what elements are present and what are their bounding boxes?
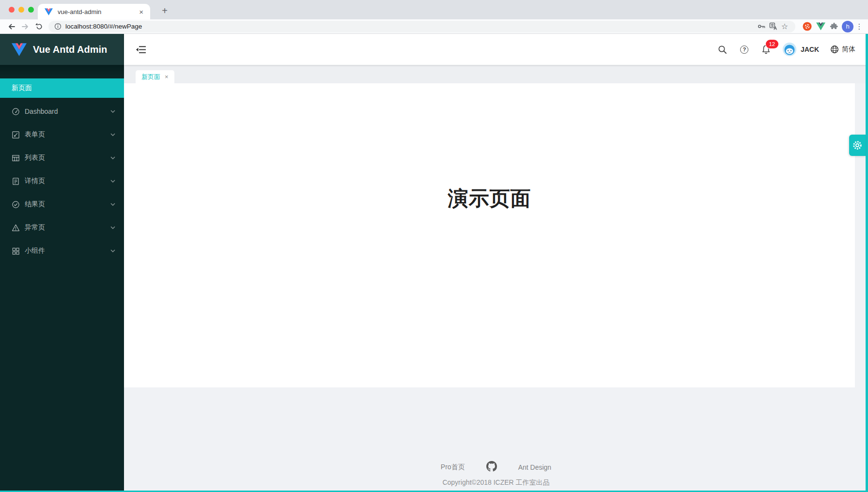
sidebar-item-details[interactable]: 详情页 xyxy=(0,171,124,191)
maximize-window-button[interactable] xyxy=(28,7,34,13)
notifications-button[interactable]: 12 xyxy=(761,44,772,55)
chevron-down-icon xyxy=(110,249,115,252)
bookmark-star-icon[interactable]: ☆ xyxy=(779,21,790,32)
chevron-down-icon xyxy=(110,226,115,229)
back-icon xyxy=(7,22,16,31)
app-header: ? 12 xyxy=(124,34,868,65)
copyright-text: Copyright©2018 ICZER 工作室出品 xyxy=(442,478,549,487)
reload-button[interactable] xyxy=(32,20,46,33)
sidebar-item-newpage[interactable]: 新页面 xyxy=(0,78,124,98)
new-tab-button[interactable]: + xyxy=(158,4,171,17)
notification-badge: 12 xyxy=(766,40,778,48)
language-selector[interactable]: 简体 xyxy=(830,45,855,54)
key-icon xyxy=(758,22,766,31)
route-tab-newpage[interactable]: 新页面 × xyxy=(136,70,174,83)
user-menu[interactable]: JACK xyxy=(783,43,819,56)
sidebar-item-label: 新页面 xyxy=(12,84,32,92)
globe-icon xyxy=(830,45,839,54)
close-window-button[interactable] xyxy=(9,7,15,13)
vue-devtools-icon xyxy=(816,22,825,31)
url-bar[interactable]: localhost:8080/#/newPage ☆ xyxy=(48,21,795,32)
puzzle-icon xyxy=(830,22,838,31)
app-title: Vue Antd Admin xyxy=(33,44,107,55)
sidebar-item-label: 表单页 xyxy=(25,130,106,139)
route-tabbar: 新页面 × xyxy=(124,65,868,83)
minimize-window-button[interactable] xyxy=(18,7,24,13)
header-actions: ? 12 xyxy=(717,43,855,56)
search-button[interactable] xyxy=(717,44,728,55)
orange-extension-icon xyxy=(802,21,812,31)
password-key-button[interactable] xyxy=(756,21,767,32)
sidebar-item-lists[interactable]: 列表页 xyxy=(0,148,124,168)
traffic-lights xyxy=(9,7,34,13)
footer-link-antd[interactable]: Ant Design xyxy=(518,463,551,471)
back-button[interactable] xyxy=(5,20,18,33)
reload-icon xyxy=(35,22,43,31)
chevron-down-icon xyxy=(110,156,115,159)
app-logo[interactable]: Vue Antd Admin xyxy=(0,34,124,65)
sidebar-item-label: 详情页 xyxy=(25,177,106,185)
language-label: 简体 xyxy=(842,45,855,54)
route-tab-label: 新页面 xyxy=(141,73,160,81)
chevron-down-icon xyxy=(110,180,115,183)
browser-tabstrip: vue-antd-admin × + xyxy=(0,0,868,19)
help-button[interactable]: ? xyxy=(739,44,750,55)
vue-logo-icon xyxy=(12,43,27,56)
route-tab-close-icon[interactable]: × xyxy=(165,74,169,80)
appstore-icon xyxy=(12,247,20,255)
browser-tab-title: vue-antd-admin xyxy=(58,8,137,15)
sidebar-item-results[interactable]: 结果页 xyxy=(0,195,124,214)
avatar-image xyxy=(783,43,796,56)
main-area: ? 12 xyxy=(124,34,868,492)
chevron-down-icon xyxy=(110,203,115,206)
page-content: 演示页面 xyxy=(124,83,855,387)
question-circle-icon: ? xyxy=(740,46,748,54)
collapse-sidebar-button[interactable] xyxy=(136,44,146,55)
translate-icon xyxy=(769,22,777,31)
sidebar-item-label: 列表页 xyxy=(25,154,106,162)
sidebar-item-exceptions[interactable]: 异常页 xyxy=(0,218,124,237)
forward-icon xyxy=(21,22,30,31)
menu-fold-icon xyxy=(136,45,146,54)
browser-menu-button[interactable]: ⋮ xyxy=(854,20,864,33)
page-title: 演示页面 xyxy=(124,83,855,212)
drawer-edge-right xyxy=(866,34,868,492)
browser-tab[interactable]: vue-antd-admin × xyxy=(38,4,150,19)
github-icon xyxy=(486,461,497,472)
extension-orange-button[interactable] xyxy=(800,20,814,33)
sidebar-item-label: 异常页 xyxy=(25,223,106,232)
browser-toolbar: localhost:8080/#/newPage ☆ xyxy=(0,19,868,34)
sidebar-item-dashboard[interactable]: Dashboard xyxy=(0,102,124,121)
app-page: Vue Antd Admin 新页面 Dashboard xyxy=(0,34,868,492)
footer-github-link[interactable] xyxy=(486,461,497,473)
vue-devtools-button[interactable] xyxy=(814,20,827,33)
profile-icon xyxy=(12,177,20,185)
settings-drawer-button[interactable] xyxy=(849,135,866,156)
page-footer: Pro首页 Ant Design Copyright©2018 ICZER 工作… xyxy=(124,387,868,492)
dashboard-icon xyxy=(12,108,20,116)
tab-close-icon[interactable]: × xyxy=(137,7,145,16)
footer-links: Pro首页 Ant Design xyxy=(441,461,551,473)
extensions-button[interactable] xyxy=(827,20,841,33)
sidebar-item-forms[interactable]: 表单页 xyxy=(0,125,124,144)
sidebar-item-widgets[interactable]: 小组件 xyxy=(0,241,124,261)
browser-profile-button[interactable]: h xyxy=(841,20,854,33)
table-icon xyxy=(12,154,20,162)
user-avatar xyxy=(783,43,796,56)
vue-favicon-icon xyxy=(45,8,53,15)
check-circle-icon xyxy=(12,200,20,209)
sidebar: Vue Antd Admin 新页面 Dashboard xyxy=(0,34,124,492)
browser-window: vue-antd-admin × + xyxy=(0,0,868,492)
user-name: JACK xyxy=(801,46,819,53)
translate-button[interactable] xyxy=(767,21,779,32)
footer-link-home[interactable]: Pro首页 xyxy=(441,463,465,472)
url-text[interactable]: localhost:8080/#/newPage xyxy=(65,23,756,30)
sidebar-item-label: Dashboard xyxy=(25,108,106,115)
sidebar-item-label: 小组件 xyxy=(25,246,106,255)
search-icon xyxy=(718,45,727,54)
profile-avatar: h xyxy=(842,21,853,32)
site-info-icon[interactable] xyxy=(54,23,62,30)
forward-button[interactable] xyxy=(18,20,32,33)
chevron-down-icon xyxy=(110,133,115,136)
gear-icon xyxy=(852,140,863,151)
